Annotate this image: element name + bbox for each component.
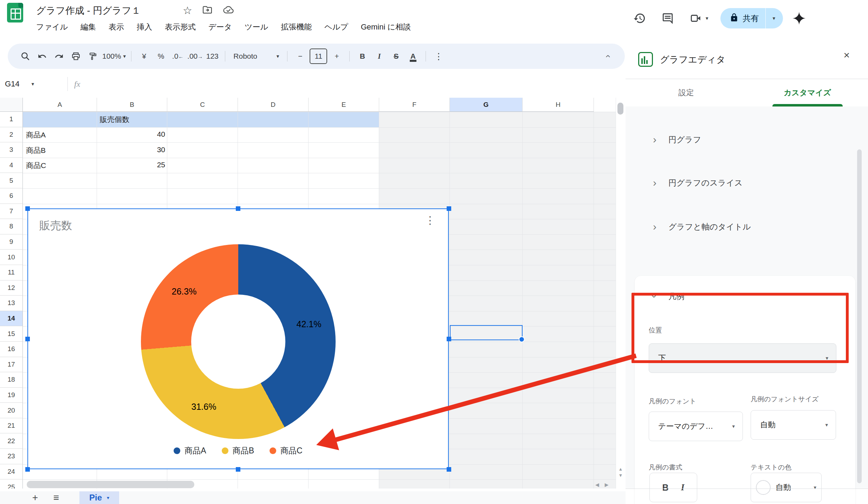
menu-view[interactable]: 表示 [109,22,124,32]
row-header-6[interactable]: 6 [0,188,23,204]
cloud-saved-icon[interactable] [222,5,234,17]
star-icon[interactable]: ☆ [183,4,192,17]
menu-tools[interactable]: ツール [245,22,268,32]
horizontal-scrollbar-thumb[interactable] [27,481,194,488]
row-header-15[interactable]: 15 [0,326,23,342]
cell-B2[interactable]: 40 [139,130,165,138]
tab-setup[interactable]: 設定 [626,79,747,106]
menu-extensions[interactable]: 拡張機能 [281,22,312,32]
row-header-21[interactable]: 21 [0,418,23,434]
text-color-button[interactable]: A [406,49,420,64]
chart-legend[interactable]: 商品A 商品B 商品C [28,445,448,456]
row-header-13[interactable]: 13 [0,296,23,311]
legend-italic-button[interactable]: I [681,483,685,492]
menu-data[interactable]: データ [208,22,232,32]
tab-customize[interactable]: カスタマイズ [747,79,868,106]
font-size-increase-button[interactable]: + [329,49,344,64]
horizontal-scroll-arrows[interactable]: ◀▶ [595,482,609,487]
row-header-24[interactable]: 24 [0,464,23,480]
share-button[interactable]: 共有 ▾ [720,8,783,28]
vertical-scrollbar[interactable] [616,98,626,489]
chart-card[interactable]: 販売数 ⋮ 42.1% 31.6% 26.3% 商品A 商品B 商品C [27,208,449,469]
resize-handle[interactable] [25,467,30,472]
bold-button[interactable]: B [355,49,370,64]
column-header-C[interactable]: C [167,98,238,112]
column-header-A[interactable]: A [23,98,97,112]
cell-B1[interactable]: 販売個数 [100,115,129,124]
row-header-17[interactable]: 17 [0,357,23,373]
row-header-25[interactable]: 25 [0,479,23,489]
resize-handle[interactable] [447,337,451,341]
column-header-E[interactable]: E [309,98,379,112]
version-history-icon[interactable] [633,11,647,25]
collapse-toolbar-icon[interactable]: › [600,49,615,64]
legend-font-size-select[interactable]: 自動▾ [751,410,836,440]
row-header-5[interactable]: 5 [0,173,23,188]
font-select[interactable]: Roboto▾ [231,49,282,64]
selected-cell-G14[interactable] [450,325,523,341]
search-icon[interactable] [18,49,33,64]
resize-handle[interactable] [25,206,30,211]
menu-help[interactable]: ヘルプ [324,22,348,32]
camera-dropdown-caret[interactable]: ▾ [706,15,708,21]
number-format-button[interactable]: 123 [205,49,220,64]
column-header-B[interactable]: B [97,98,167,112]
share-dropdown-caret[interactable]: ▾ [773,15,776,21]
row-header-7[interactable]: 7 [0,204,23,219]
document-title[interactable]: グラフ作成 - 円グラフ１ [36,4,141,17]
strikethrough-button[interactable]: S [389,49,403,64]
row-header-18[interactable]: 18 [0,372,23,388]
row-header-2[interactable]: 2 [0,127,23,143]
column-header-F[interactable]: F [379,98,450,112]
menu-gemini[interactable]: Gemini に相談 [361,22,411,32]
row-header-11[interactable]: 11 [0,265,23,280]
row-header-10[interactable]: 10 [0,250,23,265]
legend-bold-button[interactable]: B [662,483,668,493]
more-options-icon[interactable]: ⋮ [431,49,446,64]
row-header-20[interactable]: 20 [0,403,23,418]
cell-A4[interactable]: 商品C [26,161,46,170]
undo-icon[interactable] [35,49,50,64]
row-header-3[interactable]: 3 [0,142,23,158]
row-header-14[interactable]: 14 [0,311,23,327]
italic-button[interactable]: I [372,49,387,64]
row-header-8[interactable]: 8 [0,219,23,234]
column-header-D[interactable]: D [238,98,309,112]
sheets-logo-icon[interactable] [7,3,23,22]
comments-icon[interactable] [661,11,675,25]
cell-A2[interactable]: 商品A [26,130,46,140]
menu-format[interactable]: 表示形式 [165,22,196,32]
redo-icon[interactable] [52,49,66,64]
resize-handle[interactable] [447,206,451,211]
resize-handle[interactable] [236,206,240,211]
name-box[interactable]: G14▾ [0,79,64,89]
sheet-tab-pie[interactable]: Pie▾ [79,491,119,504]
resize-handle[interactable] [25,337,30,341]
row-header-12[interactable]: 12 [0,280,23,296]
close-icon[interactable]: × [843,49,850,61]
meet-camera-icon[interactable] [689,11,703,25]
column-header-G[interactable]: G [450,98,523,112]
section-chart-axis-titles[interactable]: ›グラフと軸のタイトル [626,216,868,237]
vertical-scrollbar-thumb[interactable] [617,103,623,115]
cell-B4[interactable]: 25 [139,161,165,169]
font-size-decrease-button[interactable]: − [293,49,307,64]
legend-font-select[interactable]: テーマのデフ…▾ [649,412,743,441]
print-icon[interactable] [69,49,83,64]
all-sheets-icon[interactable]: ≡ [46,492,67,503]
text-color-select[interactable]: 自動▾ [751,473,822,502]
percent-format-button[interactable]: % [154,49,168,64]
row-header-4[interactable]: 4 [0,158,23,173]
section-pie-slice[interactable]: ›円グラフのスライス [626,172,868,193]
currency-format-button[interactable]: ¥ [137,49,151,64]
row-header-22[interactable]: 22 [0,433,23,449]
menu-file[interactable]: ファイル [36,22,68,32]
paint-format-icon[interactable] [85,49,100,64]
increase-decimal-button[interactable]: .00→ [187,49,203,64]
zoom-select[interactable]: 100% ▾ [102,49,126,64]
resize-handle[interactable] [447,467,451,472]
row-header-1[interactable]: 1 [0,112,23,127]
vertical-scroll-arrows[interactable]: ▲▼ [617,466,624,479]
chart-menu-icon[interactable]: ⋮ [425,214,435,226]
cell-A3[interactable]: 商品B [26,146,46,155]
